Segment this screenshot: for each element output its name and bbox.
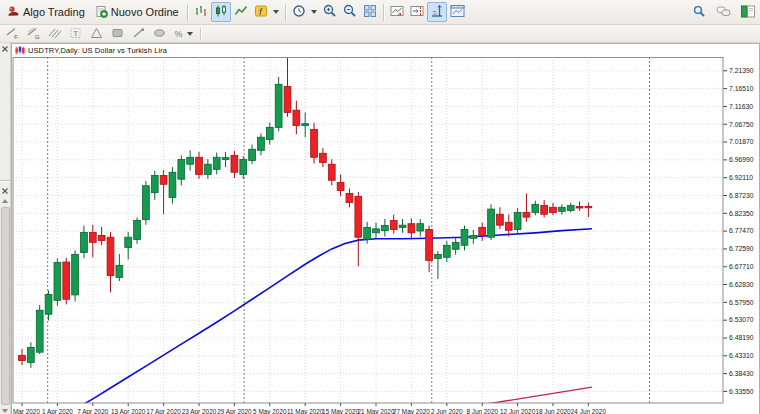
svg-text:24 Jun 2020: 24 Jun 2020 (571, 408, 607, 414)
svg-text:7 Apr 2020: 7 Apr 2020 (77, 408, 108, 414)
chart-shift-button[interactable] (407, 2, 427, 22)
toolbar-separator (383, 4, 384, 21)
svg-text:6.67710: 6.67710 (729, 263, 754, 270)
triangle-tool-icon (90, 27, 103, 41)
chart-caption[interactable]: USDTRY,Daily: US Dollar vs Turkish Lira (12, 44, 759, 57)
svg-text:27 May 2020: 27 May 2020 (393, 408, 430, 414)
indicators-icon: f (254, 4, 268, 20)
indicators-dropdown-caret (273, 10, 279, 14)
svg-text:2 Jun 2020: 2 Jun 2020 (431, 408, 463, 414)
line-chart-icon (234, 4, 248, 20)
scroll-up-icon[interactable] (2, 199, 8, 203)
svg-text:6.92110: 6.92110 (729, 174, 753, 181)
scale-fix-button[interactable] (427, 2, 447, 22)
zoom-out-button[interactable] (340, 2, 360, 22)
algo-trading-icon (7, 5, 20, 20)
text-tool-button[interactable]: T (65, 26, 86, 41)
nuovo-ordine-button[interactable]: Nuovo Ordine (90, 2, 184, 22)
main-toolbar: Algo Trading Nuovo Ordine f (0, 0, 760, 25)
zoom-out-icon (343, 4, 357, 20)
community-button[interactable] (738, 2, 758, 22)
svg-text:7.11630: 7.11630 (729, 103, 753, 110)
svg-text:6.77470: 6.77470 (729, 227, 754, 234)
docked-panel-strip (0, 43, 11, 414)
svg-text:6.62830: 6.62830 (729, 281, 754, 288)
svg-text:11 May 2020: 11 May 2020 (287, 408, 324, 414)
svg-text:15 May 2020: 15 May 2020 (322, 408, 359, 414)
algo-trading-button[interactable]: Algo Trading (2, 2, 90, 22)
line-chart-button[interactable] (231, 2, 251, 22)
bar-chart-button[interactable] (191, 2, 211, 22)
auto-scroll-button[interactable] (387, 2, 407, 22)
chart-title: USDTRY,Daily: US Dollar vs Turkish Lira (28, 46, 167, 55)
svg-text:17 Apr 2020: 17 Apr 2020 (146, 408, 181, 414)
rectangle-tool-icon (111, 27, 124, 41)
svg-text:13 Apr 2020: 13 Apr 2020 (111, 408, 146, 414)
svg-text:1 Apr 2020: 1 Apr 2020 (42, 408, 73, 414)
gann-tool-button[interactable]: G (23, 26, 44, 41)
svg-text:23 Apr 2020: 23 Apr 2020 (182, 408, 217, 414)
indicators-button[interactable]: f (251, 2, 282, 22)
toolbar-separator (285, 4, 286, 21)
timeframes-button[interactable] (289, 2, 320, 22)
candle-chart-icon (214, 4, 228, 20)
scale-fix-icon (430, 4, 444, 20)
new-order-icon (95, 5, 108, 20)
panel-close-icon[interactable] (1, 187, 9, 195)
lines-tool-icon (48, 27, 61, 41)
svg-text:29 Apr 2020: 29 Apr 2020 (217, 408, 252, 414)
bar-chart-icon (194, 4, 208, 20)
tile-windows-icon (363, 4, 377, 20)
percent-tool-button[interactable]: % (170, 26, 197, 41)
chart-canvas[interactable]: 7.262707.213907.165107.116307.067507.018… (12, 57, 759, 414)
rectangle-tool-button[interactable] (107, 26, 128, 41)
svg-text:6.96990: 6.96990 (729, 156, 754, 163)
triangle-tool-button[interactable] (86, 26, 107, 41)
trendline-tool-button[interactable] (128, 26, 149, 41)
zoom-in-button[interactable] (320, 2, 340, 22)
svg-text:6.48190: 6.48190 (729, 334, 754, 341)
ellipse-tool-button[interactable] (149, 26, 170, 41)
svg-text:F: F (14, 33, 18, 39)
ellipse-tool-icon (153, 27, 166, 41)
chart-properties-button[interactable] (447, 2, 468, 22)
fibonacci-tool-button[interactable]: F (2, 26, 23, 41)
auto-scroll-icon (390, 4, 404, 20)
chat-button[interactable] (713, 2, 734, 22)
svg-text:12 Jun 2020: 12 Jun 2020 (500, 408, 536, 414)
svg-text:7.21390: 7.21390 (729, 67, 754, 74)
chart-symbol-icon (15, 45, 25, 57)
svg-text:18 Jun 2020: 18 Jun 2020 (535, 408, 571, 414)
timeframes-dropdown-caret (311, 10, 317, 14)
svg-text:8 Jun 2020: 8 Jun 2020 (466, 408, 498, 414)
toolbar-right-icons (690, 2, 758, 22)
percent-dropdown-caret (187, 32, 193, 36)
svg-text:7.01870: 7.01870 (729, 138, 754, 145)
svg-text:%: % (175, 28, 183, 38)
panel-divider (0, 180, 10, 181)
nuovo-ordine-label: Nuovo Ordine (111, 6, 179, 18)
trendline-tool-icon (132, 27, 145, 41)
candle-chart-button[interactable] (211, 2, 231, 22)
lines-tool-button[interactable] (44, 26, 65, 41)
svg-text:26 Mar 2020: 26 Mar 2020 (12, 408, 40, 414)
search-icon (693, 5, 706, 20)
zoom-in-icon (323, 4, 337, 20)
panel-scrollbar-thumb[interactable] (1, 207, 10, 405)
scroll-down-icon[interactable] (2, 409, 8, 413)
svg-text:6.57950: 6.57950 (729, 299, 754, 306)
chart-window: USDTRY,Daily: US Dollar vs Turkish Lira … (11, 43, 760, 414)
svg-text:6.43310: 6.43310 (729, 352, 754, 359)
svg-text:G: G (35, 33, 40, 39)
clock-icon (292, 4, 306, 20)
panel-close-icon[interactable] (1, 45, 9, 53)
svg-text:6.33550: 6.33550 (729, 388, 754, 395)
gann-tool-icon: G (27, 27, 40, 41)
search-button[interactable] (690, 2, 709, 22)
tile-windows-button[interactable] (360, 2, 380, 22)
svg-text:6.53070: 6.53070 (729, 316, 754, 323)
chart-shift-icon (410, 4, 424, 20)
community-icon (741, 5, 755, 20)
svg-text:21 May 2020: 21 May 2020 (358, 408, 395, 414)
drawing-toolbar: F G T % (0, 25, 760, 43)
